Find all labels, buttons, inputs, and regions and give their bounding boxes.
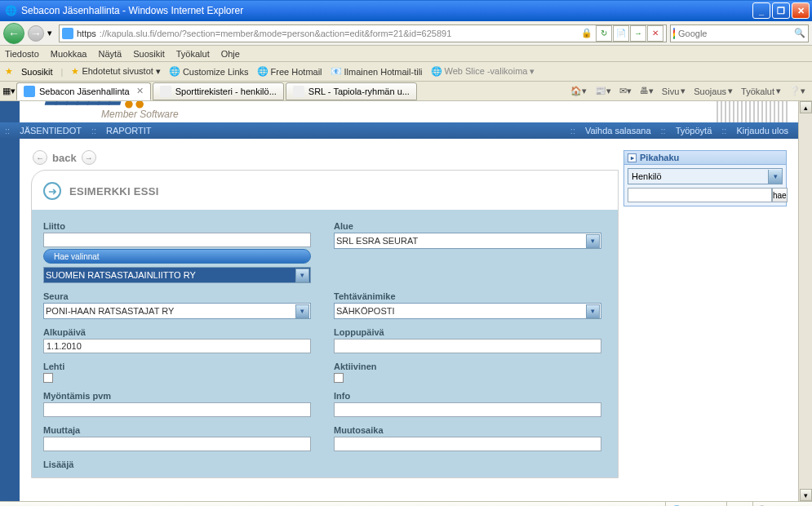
label-loppupaiva: Loppupäivä (334, 327, 601, 337)
select-seura[interactable]: PONI-HAAN RATSASTAJAT RY ▾ (43, 303, 311, 319)
menu-vaihda-salasana[interactable]: Vaihda salasana (580, 126, 656, 135)
pikahaku-search-button[interactable]: hae (772, 188, 788, 202)
select-tehtavanimike[interactable]: SÄHKÖPOSTI ▾ (334, 303, 601, 319)
ie-navbar: ← → ▾ https 🔒 ↻ 📄 → ✕ 🔍 (0, 21, 812, 46)
favorites-star-icon[interactable]: ★ (5, 66, 13, 77)
chevron-down-icon: ▾ (295, 304, 309, 318)
menu-ohje[interactable]: Ohje (221, 49, 240, 59)
forward-circle-button[interactable]: → (82, 150, 96, 165)
favorites-label[interactable]: Suosikit (21, 67, 53, 77)
address-bar[interactable]: https 🔒 ↻ 📄 → ✕ (59, 24, 667, 42)
tool-feed-icon[interactable]: 📰▾ (595, 86, 611, 96)
tab-favicon (293, 86, 304, 97)
vertical-scrollbar[interactable]: ▴ ▾ (798, 101, 812, 501)
back-button[interactable]: ← (3, 23, 24, 44)
tab-srl[interactable]: SRL - Tapiola-ryhmän u... (286, 82, 417, 100)
menu-raportit[interactable]: RAPORTIT (101, 126, 156, 135)
chevron-down-icon: ▾ (295, 269, 309, 282)
label-seura: Seura (43, 291, 311, 301)
tool-print-icon[interactable]: 🖶▾ (640, 86, 654, 96)
scroll-up-button[interactable]: ▴ (800, 101, 812, 113)
label-tehtavanimike: Tehtävänimike (334, 291, 601, 301)
chevron-down-icon: ▾ (768, 170, 782, 184)
input-muuttaja[interactable] (43, 437, 311, 451)
input-alkupaiva[interactable] (43, 339, 311, 353)
input-liitto[interactable] (43, 233, 311, 247)
compat-button[interactable]: 📄 (613, 25, 629, 42)
menu-tyokalut[interactable]: Työkalut (176, 49, 210, 59)
go-button[interactable]: → (630, 25, 646, 42)
select-value: SUOMEN RATSASTAJAINLIITTO RY (46, 270, 196, 280)
maximize-button[interactable]: ❐ (772, 2, 790, 19)
tool-home-icon[interactable]: 🏠▾ (570, 86, 587, 96)
menu-nayta[interactable]: Näytä (98, 49, 122, 59)
scroll-down-button[interactable]: ▾ (800, 489, 812, 501)
url-input[interactable] (100, 29, 578, 38)
tab-sporttirekisteri[interactable]: Sporttirekisteri - henkilö... (153, 82, 284, 100)
pikahaku-title: Pikahaku (640, 153, 679, 162)
fav-suggested[interactable]: ★Ehdotetut sivustot ▾ (71, 66, 161, 77)
minimize-button[interactable]: _ (752, 2, 770, 19)
nav-history-dropdown[interactable]: ▾ (47, 28, 55, 38)
page-viewport: ━━━━━━━ ●● Member Software :: JÄSENTIEDO… (0, 101, 812, 501)
menu-kirjaudu-ulos[interactable]: Kirjaudu ulos (731, 126, 793, 135)
label-alue: Alue (334, 221, 601, 231)
search-bar[interactable]: 🔍 (670, 24, 809, 42)
select-value: Henkilö (632, 171, 662, 181)
quicktabs-icon[interactable]: ▦▾ (2, 86, 16, 96)
ie-status-bar: Internet 🛡 🔍 150% ▾ (0, 501, 812, 506)
refresh-button[interactable]: ↻ (596, 25, 612, 42)
select-alue[interactable]: SRL ESRA SEURAT ▾ (334, 233, 601, 249)
tab-close-icon[interactable]: ✕ (136, 86, 144, 96)
tool-page[interactable]: Sivu ▾ (662, 86, 686, 96)
tab-label: Sebacon Jäsenhallinta (39, 87, 130, 96)
fav-customize-links[interactable]: 🌐Customize Links (169, 66, 249, 77)
menu-suosikit[interactable]: Suosikit (133, 49, 165, 59)
menu-tyopoyta[interactable]: Työpöytä (671, 126, 717, 135)
forward-button[interactable]: → (28, 25, 44, 42)
google-icon (673, 28, 675, 39)
input-myontamis-pvm[interactable] (43, 402, 311, 417)
button-hae-valinnat[interactable]: Hae valinnat (43, 249, 311, 264)
input-loppupaiva[interactable] (334, 339, 601, 353)
menu-muokkaa[interactable]: Muokkaa (51, 49, 87, 59)
chevron-down-icon: ▾ (586, 304, 600, 318)
select-value: SRL ESRA SEURAT (336, 236, 418, 246)
input-muutosaika[interactable] (334, 437, 601, 451)
stop-button[interactable]: ✕ (647, 25, 663, 42)
back-circle-button[interactable]: ← (33, 150, 47, 165)
collapse-icon[interactable]: ▸ (628, 153, 637, 162)
card-arrow-icon: ➜ (43, 182, 61, 200)
app-menubar: :: JÄSENTIEDOT :: RAPORTIT :: Vaihda sal… (0, 122, 798, 139)
label-aktiivinen: Aktiivinen (334, 362, 601, 371)
ie-tab-row: ▦▾ Sebacon Jäsenhallinta ✕ Sporttirekist… (0, 82, 812, 101)
pikahaku-input[interactable] (628, 188, 772, 202)
search-icon[interactable]: 🔍 (794, 28, 805, 38)
zoom-control[interactable]: 🔍 150% ▾ (752, 502, 807, 506)
checkbox-lehti[interactable] (43, 373, 53, 383)
menu-tiedosto[interactable]: Tiedosto (5, 49, 39, 59)
search-input[interactable] (678, 29, 791, 38)
fav-free-hotmail[interactable]: 🌐Free Hotmail (257, 66, 322, 77)
fav-ilmainen-hotmail[interactable]: 📧Ilmainen Hotmail-tili (331, 66, 423, 77)
checkbox-aktiivinen[interactable] (334, 373, 344, 383)
select-value: PONI-HAAN RATSASTAJAT RY (46, 306, 174, 316)
form-card: ➜ ESIMERKKI ESSI Liitto Hae valinnat (31, 170, 619, 478)
close-button[interactable]: ✕ (792, 2, 810, 19)
pikahaku-box: ▸ Pikahaku Henkilö ▾ hae (623, 150, 787, 206)
label-muuttaja: Muuttaja (43, 425, 311, 435)
tool-mail-icon[interactable]: ✉▾ (619, 86, 632, 96)
chevron-down-icon: ▾ (586, 234, 600, 248)
tool-tools[interactable]: Työkalut ▾ (741, 86, 781, 96)
fav-web-slice[interactable]: 🌐Web Slice -valikoima ▾ (431, 66, 535, 77)
back-label[interactable]: back (52, 152, 77, 164)
input-info[interactable] (334, 402, 601, 417)
select-value: SÄHKÖPOSTI (336, 306, 395, 316)
tool-security[interactable]: Suojaus ▾ (694, 86, 733, 96)
ie-favorites-bar: ★ Suosikit | ★Ehdotetut sivustot ▾ 🌐Cust… (0, 62, 812, 82)
tab-sebacon[interactable]: Sebacon Jäsenhallinta ✕ (16, 82, 151, 100)
select-liitto-org[interactable]: SUOMEN RATSASTAJAINLIITTO RY ▾ (43, 267, 311, 283)
menu-jasentiedot[interactable]: JÄSENTIEDOT (15, 126, 87, 135)
tool-help-icon[interactable]: ❔▾ (789, 86, 805, 96)
pikahaku-type-select[interactable]: Henkilö ▾ (628, 168, 783, 184)
